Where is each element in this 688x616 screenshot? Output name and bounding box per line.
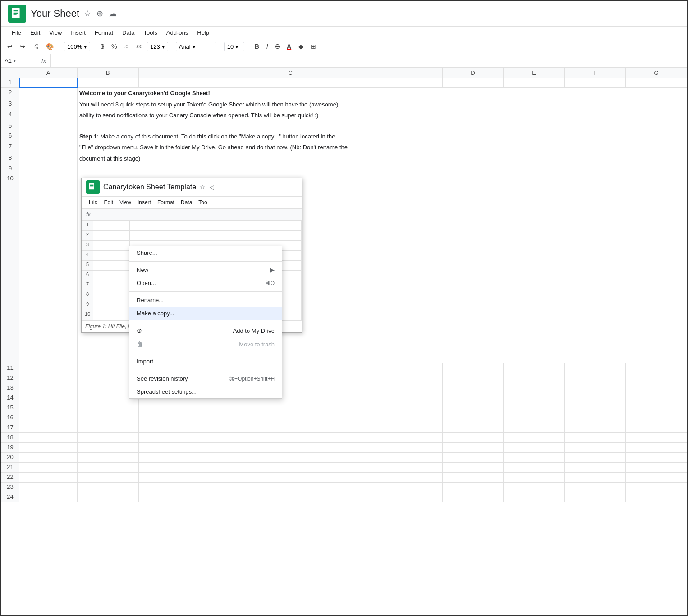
cell-e1[interactable] bbox=[504, 78, 565, 88]
cell-a2[interactable] bbox=[19, 88, 78, 99]
cell-g1[interactable] bbox=[626, 78, 687, 88]
zoom-control[interactable]: 100% ▾ bbox=[64, 42, 90, 51]
table-row: 13 bbox=[1, 383, 687, 393]
dropdown-spreadsheet-settings[interactable]: Spreadsheet settings... bbox=[129, 385, 282, 398]
cell-b10-overlay: Canarytoken Sheet Template ☆ ◁ File Edit… bbox=[78, 174, 687, 363]
cell-a8[interactable] bbox=[19, 153, 78, 164]
strikethrough-button[interactable]: S bbox=[273, 41, 282, 52]
row-header-10: 10 bbox=[1, 174, 19, 363]
cell-c1[interactable] bbox=[138, 78, 442, 88]
cell-b4-content[interactable]: ability to send notifications to your Ca… bbox=[78, 110, 687, 121]
cell-d1[interactable] bbox=[442, 78, 504, 88]
col-header-a[interactable]: A bbox=[19, 68, 78, 78]
cell-a4[interactable] bbox=[19, 110, 78, 121]
row-header-24: 24 bbox=[1, 492, 19, 502]
dropdown-separator-3 bbox=[129, 322, 282, 322]
row-header-9: 9 bbox=[1, 164, 19, 174]
decimal-right-button[interactable]: .00 bbox=[133, 42, 145, 51]
title-action-icons: ☆ ⊕ ☁ bbox=[84, 9, 117, 18]
dropdown-share[interactable]: Share... bbox=[129, 246, 282, 259]
inner-table-row: 1 bbox=[82, 221, 302, 231]
paint-format-button[interactable]: 🎨 bbox=[43, 41, 56, 52]
menu-help[interactable]: Help bbox=[193, 28, 213, 38]
menu-format[interactable]: Format bbox=[91, 28, 117, 38]
menu-addons[interactable]: Add-ons bbox=[163, 28, 192, 38]
fill-color-button[interactable]: ◆ bbox=[296, 41, 306, 52]
font-family-select[interactable]: Arial ▾ bbox=[176, 42, 216, 51]
undo-button[interactable]: ↩ bbox=[5, 41, 15, 52]
cell-a7[interactable] bbox=[19, 142, 78, 153]
inner-menu-file[interactable]: File bbox=[86, 198, 100, 207]
inner-menu-view[interactable]: View bbox=[117, 198, 134, 207]
dropdown-add-drive[interactable]: ⊕ Add to My Drive bbox=[129, 324, 282, 337]
inner-menu-format[interactable]: Format bbox=[155, 198, 177, 207]
percent-button[interactable]: % bbox=[109, 41, 119, 52]
cell-a6[interactable] bbox=[19, 131, 78, 142]
decimal-left-button[interactable]: .0 bbox=[122, 42, 131, 51]
col-header-b[interactable]: B bbox=[78, 68, 139, 78]
cell-a10[interactable] bbox=[19, 174, 78, 363]
menu-file[interactable]: File bbox=[8, 28, 25, 38]
inner-menu-tools[interactable]: Too bbox=[196, 198, 210, 207]
col-header-e[interactable]: E bbox=[504, 68, 565, 78]
bold-button[interactable]: B bbox=[252, 41, 262, 52]
cell-b1[interactable] bbox=[78, 78, 139, 88]
borders-button[interactable]: ⊞ bbox=[308, 41, 319, 52]
inner-row-7: 7 bbox=[82, 280, 93, 290]
cell-b8-content[interactable]: document at this stage) bbox=[78, 153, 687, 164]
cell-b3-content[interactable]: You will need 3 quick steps to setup you… bbox=[78, 99, 687, 110]
dropdown-move-trash[interactable]: 🗑 Move to trash bbox=[129, 337, 282, 351]
cell-a3[interactable] bbox=[19, 99, 78, 110]
cloud-icon[interactable]: ☁ bbox=[109, 9, 117, 18]
cell-b7-content[interactable]: "File" dropdown menu. Save it in the fol… bbox=[78, 142, 687, 153]
row-header-22: 22 bbox=[1, 473, 19, 483]
menu-data[interactable]: Data bbox=[119, 28, 138, 38]
cell-a1[interactable] bbox=[19, 78, 78, 88]
inner-menu-edit[interactable]: Edit bbox=[101, 198, 116, 207]
dropdown-new[interactable]: New ▶ bbox=[129, 263, 282, 276]
dropdown-make-copy[interactable]: Make a copy... bbox=[129, 307, 282, 320]
number-format-select[interactable]: 123 ▾ bbox=[147, 42, 168, 51]
inner-menu-insert[interactable]: Insert bbox=[135, 198, 154, 207]
inner-logo bbox=[86, 180, 100, 194]
cell-reference[interactable]: A1 ▾ bbox=[1, 54, 37, 67]
menu-edit[interactable]: Edit bbox=[27, 28, 44, 38]
separator-1 bbox=[60, 41, 60, 52]
cell-b9[interactable] bbox=[78, 164, 687, 174]
inner-menu-data[interactable]: Data bbox=[178, 198, 195, 207]
dropdown-import[interactable]: Import... bbox=[129, 355, 282, 368]
menu-view[interactable]: View bbox=[46, 28, 65, 38]
cell-a9[interactable] bbox=[19, 164, 78, 174]
drive-icon[interactable]: ⊕ bbox=[96, 9, 103, 18]
separator-5 bbox=[248, 41, 248, 52]
inner-star-icon: ☆ bbox=[200, 184, 206, 191]
font-size-select[interactable]: 10 ▾ bbox=[224, 42, 244, 51]
add-drive-icon: ⊕ bbox=[137, 327, 142, 334]
print-button[interactable]: 🖨 bbox=[30, 41, 41, 52]
italic-button[interactable]: I bbox=[264, 41, 271, 52]
dropdown-rename[interactable]: Rename... bbox=[129, 294, 282, 307]
cell-b6-content[interactable]: Step 1: Make a copy of this document. To… bbox=[78, 131, 687, 142]
dropdown-open[interactable]: Open... ⌘O bbox=[129, 276, 282, 290]
menu-insert[interactable]: Insert bbox=[67, 28, 89, 38]
currency-button[interactable]: $ bbox=[98, 41, 107, 52]
col-header-f[interactable]: F bbox=[564, 68, 625, 78]
font-chevron: ▾ bbox=[193, 43, 196, 50]
redo-button[interactable]: ↪ bbox=[17, 41, 28, 52]
font-color-button[interactable]: A bbox=[284, 41, 294, 52]
col-header-g[interactable]: G bbox=[626, 68, 687, 78]
col-header-d[interactable]: D bbox=[442, 68, 504, 78]
table-row: 12 bbox=[1, 373, 687, 383]
inner-row-4: 4 bbox=[82, 251, 93, 261]
cell-b5[interactable] bbox=[78, 121, 687, 131]
menu-tools[interactable]: Tools bbox=[140, 28, 161, 38]
cell-f1[interactable] bbox=[564, 78, 625, 88]
grid-container: A B C D E F G 1 2 bbox=[1, 68, 687, 502]
cell-a5[interactable] bbox=[19, 121, 78, 131]
cell-b2-content[interactable]: Welcome to your Canarytoken'd Google She… bbox=[78, 88, 687, 99]
dropdown-revision-history[interactable]: See revision history ⌘+Option+Shift+H bbox=[129, 372, 282, 385]
star-icon[interactable]: ☆ bbox=[84, 9, 91, 18]
dropdown-separator-2 bbox=[129, 291, 282, 292]
dropdown-new-label: New bbox=[137, 267, 148, 273]
col-header-c[interactable]: C bbox=[138, 68, 442, 78]
